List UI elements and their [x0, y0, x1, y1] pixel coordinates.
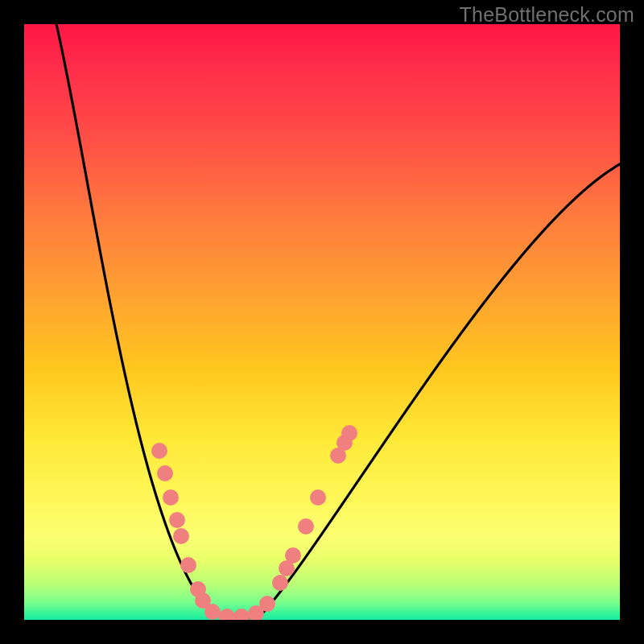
- data-marker: [219, 609, 235, 620]
- watermark-label: TheBottleneck.com: [460, 3, 634, 27]
- data-marker: [272, 575, 288, 591]
- data-marker: [157, 465, 173, 481]
- data-marker: [233, 609, 250, 620]
- curve-svg: [24, 24, 620, 620]
- bottleneck-curve: [56, 24, 620, 618]
- data-marker: [285, 547, 301, 564]
- data-marker: [151, 443, 167, 459]
- chart-frame: TheBottleneck.com: [0, 0, 644, 644]
- data-marker: [173, 528, 189, 544]
- data-marker: [259, 596, 275, 612]
- data-marker: [180, 557, 196, 573]
- data-marker: [298, 518, 314, 535]
- data-marker: [163, 489, 179, 506]
- data-marker: [204, 604, 221, 620]
- data-marker: [169, 512, 185, 528]
- plot-area: [24, 24, 620, 620]
- data-marker: [310, 489, 326, 506]
- marker-group: [151, 425, 357, 620]
- data-marker: [341, 425, 357, 441]
